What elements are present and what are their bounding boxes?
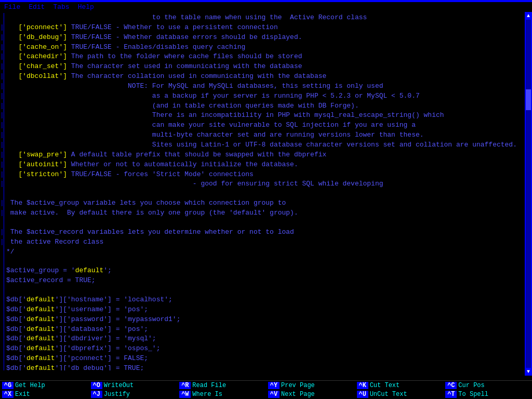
table-row: */ [0, 247, 525, 257]
line-gutter: | [0, 170, 4, 180]
line-content: ['autoinit'] Whether or not to automatic… [6, 160, 525, 170]
scroll-thumb[interactable] [526, 89, 531, 110]
menu-tabs[interactable]: Tabs [53, 3, 69, 11]
scroll-down-arrow[interactable]: ▼ [527, 369, 530, 375]
shortcut-label: Exit [15, 391, 30, 398]
shortcut-key: ^C [445, 382, 457, 389]
line-gutter [0, 266, 4, 276]
table-row: | The $active_group variable lets you ch… [0, 198, 525, 208]
line-content: $db['default']['username'] = 'pos'; [6, 305, 525, 315]
line-content: ['pconnect'] TRUE/FALSE - Whether to use… [6, 23, 525, 33]
bottom-item-0-2[interactable]: ^RRead File [177, 381, 266, 390]
bottom-bar: ^GGet Help^OWriteOut^RRead File^YPrev Pa… [0, 380, 532, 399]
line-gutter: | [0, 208, 4, 218]
line-content: $db['default']['dbdriver'] = 'mysql'; [6, 334, 525, 344]
line-gutter: | [0, 150, 4, 160]
table-row: | - good for ensuring strict SQL while d… [0, 179, 525, 189]
table-row: | the active Record class [0, 237, 525, 247]
table-row: | ['cache_on'] TRUE/FALSE - Enables/disa… [0, 43, 525, 52]
scrollbar[interactable]: ▲ ▼ [525, 12, 532, 376]
table-row: $db['default']['hostname'] = 'localhost'… [0, 295, 525, 305]
bottom-item-0-0[interactable]: ^GGet Help [0, 381, 89, 390]
shortcut-label: UnCut Text [370, 391, 407, 398]
line-gutter: | [0, 62, 4, 72]
bottom-item-1-5[interactable]: ^TTo Spell [443, 390, 532, 400]
bottom-item-0-4[interactable]: ^KCut Text [355, 381, 444, 390]
line-content [6, 189, 525, 198]
line-content: $db['default']['hostname'] = 'localhost'… [6, 295, 525, 305]
line-gutter: | [0, 140, 4, 150]
table-row: | ['char_set'] The character set used in… [0, 62, 525, 72]
line-content: $db['default']['db_debug'] = TRUE; [6, 364, 525, 370]
shortcut-key: ^X [2, 391, 14, 398]
table-row: $db['default']['password'] = 'mypassword… [0, 315, 525, 325]
bottom-item-1-2[interactable]: ^WWhere Is [177, 390, 266, 400]
table-row: $db['default']['pconnect'] = FALSE; [0, 354, 525, 364]
shortcut-key: ^R [179, 382, 191, 389]
line-content: multi-byte character set and are running… [6, 130, 525, 140]
line-content: to the table name when using the Active … [6, 13, 525, 23]
table-row: | Sites using Latin-1 or UTF-8 database … [0, 140, 525, 150]
editor[interactable]: to the table name when using the Active … [0, 12, 525, 376]
table-row: | make active. By default there is only … [0, 208, 525, 218]
line-gutter: | [0, 101, 4, 111]
line-content: ['cachedir'] The path to the folder wher… [6, 52, 525, 62]
bottom-item-0-1[interactable]: ^OWriteOut [89, 381, 178, 390]
line-gutter [0, 286, 4, 295]
line-gutter [0, 315, 4, 325]
menu-edit[interactable]: Edit [29, 3, 45, 11]
shortcut-label: Cut Text [370, 382, 400, 389]
line-content: - good for ensuring strict SQL while dev… [6, 179, 525, 189]
scroll-track[interactable] [526, 20, 531, 368]
shortcut-key: ^K [357, 382, 368, 389]
table-row [0, 286, 525, 295]
table-row: $db['default']['dbdriver'] = 'mysql'; [0, 334, 525, 344]
shortcut-key: ^T [445, 391, 457, 398]
shortcut-key: ^J [91, 391, 102, 398]
bottom-row-1: ^XExit^JJustify^WWhere Is^VNext Page^UUn… [0, 390, 532, 400]
shortcut-label: Where Is [192, 391, 222, 398]
shortcut-key: ^W [179, 391, 191, 398]
line-content: $active_record = TRUE; [6, 276, 525, 286]
line-gutter: | [0, 43, 4, 52]
line-gutter: | [0, 179, 4, 189]
bottom-item-1-1[interactable]: ^JJustify [89, 390, 178, 400]
line-content: The $active_record variables lets you de… [6, 228, 525, 237]
table-row: | ['dbcollat'] The character collation u… [0, 72, 525, 82]
bottom-item-0-5[interactable]: ^CCur Pos [443, 381, 532, 390]
table-row: | NOTE: For MySQL and MySQLi databases, … [0, 82, 525, 91]
menu-help[interactable]: Help [78, 3, 94, 11]
shortcut-key: ^U [357, 391, 368, 398]
table-row: | ['stricton'] TRUE/FALSE - forces 'Stri… [0, 170, 525, 180]
line-gutter [0, 257, 4, 266]
line-content: $active_group = 'default'; [6, 266, 525, 276]
shortcut-label: Get Help [15, 382, 45, 389]
table-row: | ['autoinit'] Whether or not to automat… [0, 160, 525, 170]
line-content: $db['default']['dbprefix'] = 'ospos_'; [6, 344, 525, 354]
shortcut-label: WriteOut [104, 382, 134, 389]
shortcut-label: To Spell [458, 391, 488, 398]
line-content [6, 218, 525, 228]
line-gutter: | [0, 121, 4, 130]
line-content: The $active_group variable lets you choo… [6, 198, 525, 208]
line-content: $db['default']['password'] = 'mypassword… [6, 315, 525, 325]
bottom-item-1-4[interactable]: ^UUnCut Text [355, 390, 444, 400]
menu-file[interactable]: File [4, 3, 20, 11]
scroll-up-arrow[interactable]: ▲ [527, 13, 530, 19]
shortcut-label: Justify [104, 391, 130, 398]
shortcut-key: ^V [268, 391, 280, 398]
line-gutter: | [0, 82, 4, 91]
bottom-item-1-0[interactable]: ^XExit [0, 390, 89, 400]
bottom-item-0-3[interactable]: ^YPrev Page [266, 381, 355, 390]
line-content [6, 286, 525, 295]
table-row: $active_record = TRUE; [0, 276, 525, 286]
line-content: can make your site vulnerable to SQL inj… [6, 121, 525, 130]
line-content: ['char_set'] The character set used in c… [6, 62, 525, 72]
line-gutter: | [0, 52, 4, 62]
line-gutter: | [0, 91, 4, 101]
table-row: | The $active_record variables lets you … [0, 228, 525, 237]
shortcut-label: Next Page [281, 391, 315, 398]
line-gutter: | [0, 228, 4, 237]
bottom-item-1-3[interactable]: ^VNext Page [266, 390, 355, 400]
line-gutter [0, 344, 4, 354]
